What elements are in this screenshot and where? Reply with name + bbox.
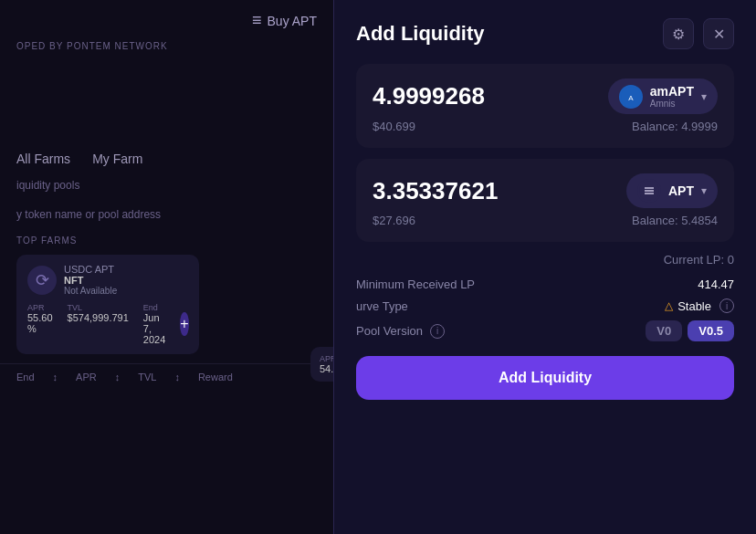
menu-icon: ≡ [252, 11, 262, 30]
token1-amount: 4.9999268 [373, 82, 485, 110]
current-lp-row: Current LP: 0 [356, 253, 734, 267]
table-header: End ↕ APR ↕ TVL ↕ Reward [0, 363, 333, 390]
top-bar: ≡ Buy APT [0, 0, 333, 41]
pool-version-row: Pool Version i V0 V0.5 [356, 320, 734, 341]
background-panel: ≡ Buy APT OPED BY PONTEM NETWORK All Far… [0, 0, 333, 534]
farm-add-button-1[interactable]: + [180, 312, 188, 336]
token1-input-card: 4.9999268 A amAPT Amnis ▾ $ [356, 64, 734, 148]
min-lp-row: Minimum Received LP 414.47 [356, 277, 734, 291]
curve-type-label: urve Type [356, 299, 408, 313]
triangle-icon: △ [665, 299, 673, 312]
APT-logo [637, 179, 661, 203]
farm-token-names-1: USDC APT [64, 264, 117, 275]
curve-info-icon[interactable]: i [719, 298, 734, 313]
farm-card-1-bottom: APR 55.60 % TVL $574,999.791 End Jun 7, … [27, 303, 188, 345]
farm-tokens-1: USDC APT NFT Not Available [64, 264, 117, 296]
pool-version-info-icon[interactable]: i [430, 324, 445, 339]
token1-usd: $40.699 [373, 120, 415, 133]
version-buttons: V0 V0.5 [646, 320, 734, 341]
farm-icon-1: ⟳ [27, 266, 57, 295]
token1-selector[interactable]: A amAPT Amnis ▾ [608, 79, 718, 114]
farm-nft-1: NFT [64, 275, 117, 286]
end-value: Jun 7, 2024 [143, 312, 165, 345]
token2-name: APT [668, 183, 694, 198]
farm-apr-stat: APR 55.60 % [27, 303, 53, 345]
tab-all-farms[interactable]: All Farms [16, 152, 70, 166]
curve-type-row: urve Type △ Stable i [356, 298, 734, 313]
col-end: End [16, 372, 35, 382]
token1-name: amAPT [650, 84, 694, 99]
token2-usd: $27.696 [373, 214, 415, 227]
buy-apt-label: Buy APT [268, 14, 317, 28]
buy-apt-button[interactable]: ≡ Buy APT [252, 11, 317, 30]
min-lp-value: 414.47 [698, 277, 734, 291]
liquidity-pools-label: iquidity pools [0, 175, 333, 195]
token2-chevron-down-icon: ▾ [701, 184, 707, 197]
settings-button[interactable]: ⚙ [663, 18, 694, 49]
amAPT-logo: A [619, 85, 643, 109]
tab-my-farms[interactable]: My Farm [92, 152, 142, 166]
version-v05-button[interactable]: V0.5 [688, 320, 734, 341]
min-lp-label: Minimum Received LP [356, 277, 475, 291]
col-reward: Reward [198, 372, 233, 382]
token2-input-bottom: $27.696 Balance: 5.4854 [373, 214, 718, 227]
tabs-row: All Farms My Farm [0, 142, 333, 175]
token2-input-top: 3.35337621 APT ▾ [373, 173, 718, 208]
developed-by-label: OPED BY PONTEM NETWORK [0, 41, 333, 60]
farm-card-1: ⟳ USDC APT NFT Not Available APR 55.60 %… [16, 255, 199, 354]
token2-balance: Balance: 5.4854 [632, 214, 718, 227]
token1-chevron-down-icon: ▾ [701, 90, 707, 103]
gear-icon: ⚙ [672, 26, 685, 43]
tvl-label: TVL [68, 303, 129, 312]
tvl-value: $574,999.791 [68, 312, 129, 323]
farm-end-stat: End Jun 7, 2024 [143, 303, 165, 345]
stable-badge: △ Stable i [665, 298, 734, 313]
top-farms-label: TOP FARMS [0, 228, 333, 249]
svg-text:A: A [628, 94, 634, 102]
token2-selector[interactable]: APT ▾ [626, 173, 718, 208]
curve-type-value: Stable [677, 299, 711, 313]
modal-header: Add Liquidity ⚙ ✕ [334, 0, 756, 64]
add-liquidity-modal: Add Liquidity ⚙ ✕ 4.9999268 A [333, 0, 756, 534]
token1-balance: Balance: 4.9999 [632, 120, 718, 133]
pool-version-label: Pool Version [356, 324, 423, 338]
farm-na-1: Not Available [64, 286, 117, 296]
version-v0-button[interactable]: V0 [646, 320, 682, 341]
token2-input-card: 3.35337621 APT ▾ $27.696 [356, 159, 734, 242]
current-lp-value: 0 [728, 253, 734, 267]
col-tvl: TVL [138, 372, 156, 382]
farm-card-1-top: ⟳ USDC APT NFT Not Available [27, 264, 188, 296]
apr-label: APR [27, 303, 53, 312]
add-liquidity-button[interactable]: Add Liquidity [356, 356, 734, 400]
info-table: Minimum Received LP 414.47 urve Type △ S… [356, 277, 734, 341]
modal-title: Add Liquidity [356, 22, 485, 46]
token1-info: amAPT Amnis [650, 84, 694, 109]
token1-input-top: 4.9999268 A amAPT Amnis ▾ [373, 79, 718, 114]
search-placeholder: y token name or pool address [16, 208, 161, 221]
close-button[interactable]: ✕ [703, 18, 734, 49]
apr-value: 55.60 % [27, 312, 53, 334]
farm-tvl-stat: TVL $574,999.791 [68, 303, 129, 345]
modal-body: 4.9999268 A amAPT Amnis ▾ $ [334, 64, 756, 534]
col-apr: APR [76, 372, 97, 382]
search-row: y token name or pool address [0, 201, 333, 228]
modal-header-icons: ⚙ ✕ [663, 18, 734, 49]
token2-amount: 3.35337621 [373, 177, 498, 205]
current-lp-label: Current LP: [664, 253, 724, 267]
token1-input-bottom: $40.699 Balance: 4.9999 [373, 120, 718, 133]
token1-sub: Amnis [650, 99, 694, 109]
close-icon: ✕ [713, 26, 725, 43]
end-label: End [143, 303, 165, 312]
